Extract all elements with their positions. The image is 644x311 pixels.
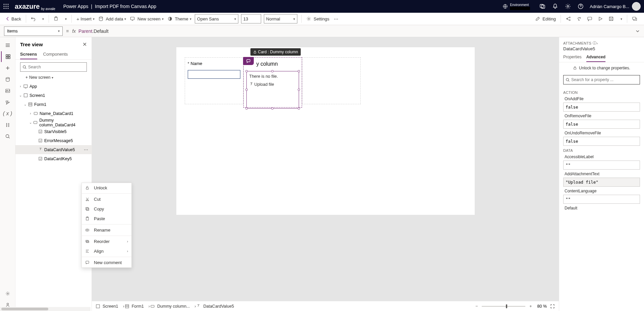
attachments-control[interactable]: There is no file. Upload file (246, 71, 299, 109)
crumb-dummy-column[interactable]: Dummy column... (151, 304, 190, 309)
font-select[interactable]: Open Sans▾ (195, 14, 238, 23)
settings-button[interactable]: Settings (304, 15, 332, 23)
ctx-reorder[interactable]: Reorder› (82, 237, 131, 246)
tree-node-more-icon[interactable]: ⋯ (82, 147, 90, 152)
rail-advanced-tools[interactable] (1, 120, 14, 130)
tree-node-errormessage[interactable]: ErrorMessage5 (15, 136, 92, 145)
zoom-out-button[interactable]: − (473, 304, 480, 309)
environment-selector[interactable]: Environment (503, 3, 530, 10)
props-tab-properties[interactable]: Properties (563, 53, 582, 62)
tree-node-datacardkey[interactable]: DataCardKey5 (15, 154, 92, 163)
rail-hamburger[interactable] (1, 40, 14, 51)
help-icon[interactable] (578, 3, 584, 9)
prop-onaddfile-value[interactable]: false (563, 103, 640, 112)
props-search-box[interactable] (563, 75, 640, 84)
rail-search[interactable] (1, 131, 14, 142)
ctx-unlock[interactable]: Unlock (82, 183, 131, 193)
save-split[interactable]: ▾ (617, 16, 624, 22)
checker-button[interactable] (574, 15, 585, 23)
zoom-in-button[interactable]: + (527, 304, 534, 309)
rail-data[interactable] (1, 74, 14, 85)
undo-button[interactable] (29, 15, 39, 22)
insert-button[interactable]: + Insert▾ (74, 15, 97, 23)
tab-screens[interactable]: Screens (20, 50, 37, 59)
expand-formula-icon[interactable] (635, 29, 640, 34)
crumb-screen1[interactable]: Screen1 (96, 304, 118, 309)
rail-variables[interactable]: ( x ) (1, 108, 14, 119)
tree-node-app[interactable]: ›App (15, 82, 92, 91)
formula-input[interactable]: Parent.Default (78, 28, 633, 34)
prop-addattachmenttext-value[interactable]: "Upload file" (563, 178, 640, 187)
tree-node-dummy-datacard[interactable]: ⌄Dummy column_DataCard4 (15, 118, 92, 127)
property-selector[interactable]: Items▾ (4, 26, 63, 36)
paste-button[interactable] (52, 15, 62, 22)
rail-power-automate[interactable] (1, 97, 14, 108)
back-button[interactable]: Back (3, 15, 23, 23)
prop-accessiblelabel-value[interactable]: "" (563, 161, 640, 170)
crumb-datacardvalue[interactable]: DataCardValue5 (196, 304, 234, 309)
settings-icon[interactable] (565, 3, 571, 9)
comments-button[interactable] (585, 15, 596, 23)
rail-settings[interactable] (1, 288, 14, 299)
canvas-page[interactable]: *Name Card : Dummy column y column There… (176, 47, 475, 215)
prop-onremovefile-value[interactable]: false (563, 120, 640, 129)
tree-new-screen[interactable]: +New screen ▾ (15, 74, 92, 82)
ctx-align[interactable]: Align› (82, 246, 131, 256)
upload-file-link[interactable]: Upload file (249, 82, 296, 87)
copilot-icon[interactable] (539, 3, 545, 9)
zoom-slider[interactable] (482, 306, 525, 307)
rail-media[interactable] (1, 85, 14, 96)
user-menu[interactable]: Adrián Camargo B... (590, 2, 641, 11)
font-weight-select[interactable]: Normal▾ (264, 14, 297, 23)
unlock-banner[interactable]: Unlock to change properties. (559, 62, 644, 74)
ctx-rename[interactable]: Rename (82, 225, 131, 235)
paste-split[interactable]: ▾ (62, 16, 69, 22)
info-icon[interactable]: ⓘ (593, 41, 596, 46)
theme-button[interactable]: Theme▾ (166, 15, 193, 23)
dummy-column-datacard[interactable]: Card : Dummy column y column There is no… (243, 57, 302, 108)
svg-rect-41 (39, 139, 42, 142)
rail-tree-view[interactable] (1, 51, 14, 62)
name-input[interactable] (188, 70, 240, 79)
tree-hscroll[interactable] (0, 307, 91, 311)
notifications-icon[interactable] (552, 3, 558, 9)
crumb-form1[interactable]: Form1 (125, 304, 144, 309)
comment-badge-icon[interactable] (243, 57, 254, 65)
ctx-cut[interactable]: Cut (82, 194, 131, 204)
editing-mode[interactable]: Editing (533, 15, 558, 23)
tree-node-screen1[interactable]: ⌄Screen1 (15, 91, 92, 100)
new-screen-button[interactable]: New screen▾ (128, 15, 165, 23)
name-datacard[interactable]: *Name (185, 57, 243, 104)
collapse-panel-icon[interactable]: › (596, 41, 598, 45)
ribbon-overflow[interactable]: ⋯ (334, 16, 338, 21)
font-size-input[interactable]: 13 (241, 14, 261, 23)
svg-rect-58 (151, 305, 154, 307)
ctx-paste[interactable]: Paste (82, 214, 131, 224)
ctx-new-comment[interactable]: New comment (82, 258, 131, 267)
tree-node-name-datacard[interactable]: ›Name_DataCard1 (15, 109, 92, 118)
tree-search-box[interactable] (20, 62, 87, 72)
add-data-button[interactable]: Add data▾ (97, 15, 128, 23)
empty-datacard[interactable] (302, 57, 361, 104)
svg-rect-39 (34, 121, 37, 124)
tree-node-starvisible[interactable]: StarVisible5 (15, 127, 92, 136)
app-launcher-icon[interactable] (3, 4, 10, 9)
tree-search-input[interactable] (27, 65, 84, 69)
publish-button[interactable] (630, 15, 641, 23)
undo-split[interactable]: ▾ (39, 16, 46, 22)
tree-node-form1[interactable]: ⌄Form1 (15, 100, 92, 109)
props-tab-advanced[interactable]: Advanced (586, 53, 605, 62)
share-button[interactable] (564, 15, 574, 23)
environment-label: Environment (510, 3, 530, 7)
tree-node-datacardvalue[interactable]: DataCardValue5⋯ (15, 145, 92, 154)
props-search-input[interactable] (570, 77, 638, 82)
close-tree-icon[interactable]: ✕ (82, 41, 87, 48)
ctx-copy[interactable]: Copy (82, 204, 131, 214)
save-button[interactable] (606, 15, 617, 23)
prop-onundoremovefile-value[interactable]: false (563, 137, 640, 146)
rail-insert[interactable] (1, 63, 14, 73)
preview-button[interactable] (596, 15, 606, 23)
tab-components[interactable]: Components (43, 50, 68, 59)
fit-to-screen-icon[interactable] (550, 304, 555, 309)
prop-contentlanguage-value[interactable]: "" (563, 195, 640, 204)
